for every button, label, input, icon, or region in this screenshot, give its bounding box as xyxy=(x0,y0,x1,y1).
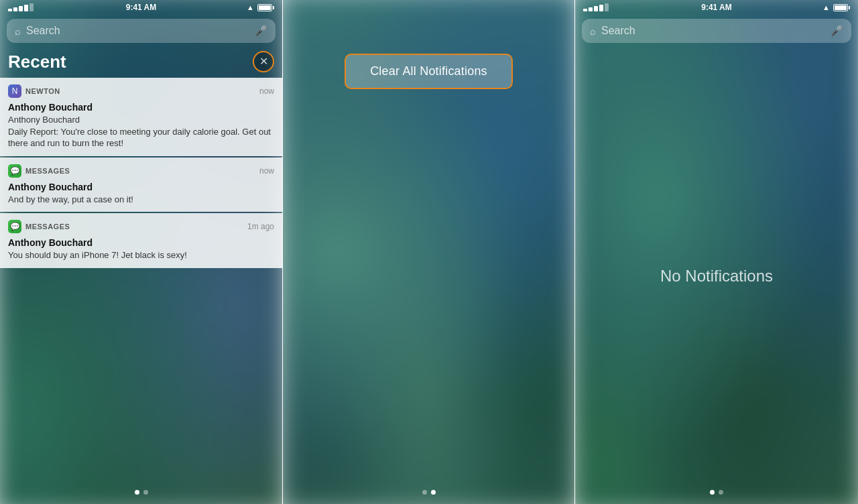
status-time-right: 9:41 AM xyxy=(701,3,732,12)
messages-app-name-1: MESSAGES xyxy=(25,167,70,175)
clear-button[interactable]: ✕ xyxy=(253,51,274,72)
battery-tip-left xyxy=(273,6,274,9)
signal-bar-1 xyxy=(8,9,12,11)
panel-right: 9:41 AM ▲ ⌕ Search 🎤 No Notifications xyxy=(575,0,858,504)
page-dot-right-1 xyxy=(710,490,715,495)
signal-bar-r2 xyxy=(589,7,593,11)
battery-tip-right xyxy=(849,6,850,9)
middle-content: Clear All Notifications xyxy=(283,0,574,504)
clear-x-icon: ✕ xyxy=(259,56,268,67)
messages-notif-time-1: now xyxy=(259,166,274,176)
page-dots-right xyxy=(710,490,723,495)
battery-fill-right xyxy=(835,5,847,10)
notifications-list: N NEWTON now Anthony Bouchard Anthony Bo… xyxy=(0,78,282,269)
page-dot-left-1 xyxy=(135,490,139,495)
mic-icon-right[interactable]: 🎤 xyxy=(831,25,843,37)
page-dot-middle-1 xyxy=(422,490,427,495)
messages-notif-title-2: Anthony Bouchard xyxy=(8,237,274,248)
newton-notif-body: Anthony Bouchard Daily Report: You're cl… xyxy=(8,114,274,149)
search-placeholder-left: Search xyxy=(26,25,249,37)
battery-left xyxy=(257,4,274,11)
newton-notif-line2: Daily Report: You're close to meeting yo… xyxy=(8,126,274,149)
page-dot-right-2 xyxy=(719,490,723,495)
status-left xyxy=(8,3,34,11)
clear-all-notifications-button[interactable]: Clear All Notifications xyxy=(345,54,513,89)
page-dots-middle xyxy=(422,490,436,495)
battery-right xyxy=(833,4,850,11)
messages-app-icon-2: 💬 xyxy=(8,220,21,233)
status-bar-left: 9:41 AM ▲ xyxy=(0,0,282,15)
no-notifications-label: No Notifications xyxy=(660,267,773,286)
search-bar-left[interactable]: ⌕ Search 🎤 xyxy=(7,19,275,43)
messages-app-name-2: MESSAGES xyxy=(25,223,70,231)
notif-card-messages-1[interactable]: 💬 MESSAGES now Anthony Bouchard And by t… xyxy=(0,158,282,212)
status-left-right xyxy=(583,3,609,11)
battery-body-right xyxy=(833,4,848,11)
newton-app-name: NEWTON xyxy=(25,87,60,95)
signal-bar-5 xyxy=(29,3,34,11)
signal-bars xyxy=(8,3,34,11)
notif-card-newton[interactable]: N NEWTON now Anthony Bouchard Anthony Bo… xyxy=(0,78,282,156)
mic-icon-left[interactable]: 🎤 xyxy=(255,25,267,37)
status-right-right: ▲ xyxy=(822,3,850,11)
page-dots-left xyxy=(135,490,148,495)
battery-fill-left xyxy=(259,5,271,10)
right-main-content: No Notifications xyxy=(575,48,858,504)
newton-notif-title: Anthony Bouchard xyxy=(8,102,274,113)
newton-app-icon: N xyxy=(8,84,21,98)
wifi-icon-left: ▲ xyxy=(247,3,254,11)
signal-bars-right xyxy=(583,3,609,11)
signal-bar-3 xyxy=(19,6,23,11)
signal-bar-r4 xyxy=(599,5,603,11)
status-right-left: ▲ xyxy=(247,3,274,11)
signal-bar-r5 xyxy=(605,3,609,11)
signal-bar-r1 xyxy=(583,9,587,11)
status-bar-right: 9:41 AM ▲ xyxy=(575,0,858,15)
panel-middle: Clear All Notifications xyxy=(283,0,575,504)
newton-notif-line1: Anthony Bouchard xyxy=(8,114,274,126)
messages-app-icon-1: 💬 xyxy=(8,164,21,178)
search-placeholder-right: Search xyxy=(601,25,825,37)
search-icon-right: ⌕ xyxy=(590,25,596,37)
notif-app-row-messages-2: 💬 MESSAGES xyxy=(8,220,70,233)
signal-bar-r3 xyxy=(594,6,598,11)
messages-notif-title-1: Anthony Bouchard xyxy=(8,182,274,192)
wifi-icon-right: ▲ xyxy=(822,3,830,11)
notif-card-messages-2[interactable]: 💬 MESSAGES 1m ago Anthony Bouchard You s… xyxy=(0,213,282,268)
notif-header-messages-1: 💬 MESSAGES now xyxy=(8,164,274,178)
messages-notif-time-2: 1m ago xyxy=(247,222,274,231)
notif-header-newton: N NEWTON now xyxy=(8,84,274,98)
messages-notif-body-1: And by the way, put a case on it! xyxy=(8,194,274,206)
recent-header: Recent ✕ xyxy=(0,48,282,78)
signal-bar-4 xyxy=(24,5,28,11)
panel-left: 9:41 AM ▲ ⌕ Search 🎤 Recent ✕ N xyxy=(0,0,283,504)
notif-app-row-messages-1: 💬 MESSAGES xyxy=(8,164,70,178)
battery-body-left xyxy=(257,4,272,11)
recent-title: Recent xyxy=(8,52,66,72)
page-dot-left-2 xyxy=(143,490,148,495)
search-icon-left: ⌕ xyxy=(15,25,21,37)
page-dot-middle-2 xyxy=(431,490,436,495)
notif-header-messages-2: 💬 MESSAGES 1m ago xyxy=(8,220,274,233)
messages-notif-body-2: You should buy an iPhone 7! Jet black is… xyxy=(8,249,274,261)
search-bar-right[interactable]: ⌕ Search 🎤 xyxy=(582,19,851,43)
notif-app-row-newton: N NEWTON xyxy=(8,84,60,98)
signal-bar-2 xyxy=(13,7,17,11)
newton-notif-time: now xyxy=(259,86,274,96)
status-time-left: 9:41 AM xyxy=(126,3,157,12)
